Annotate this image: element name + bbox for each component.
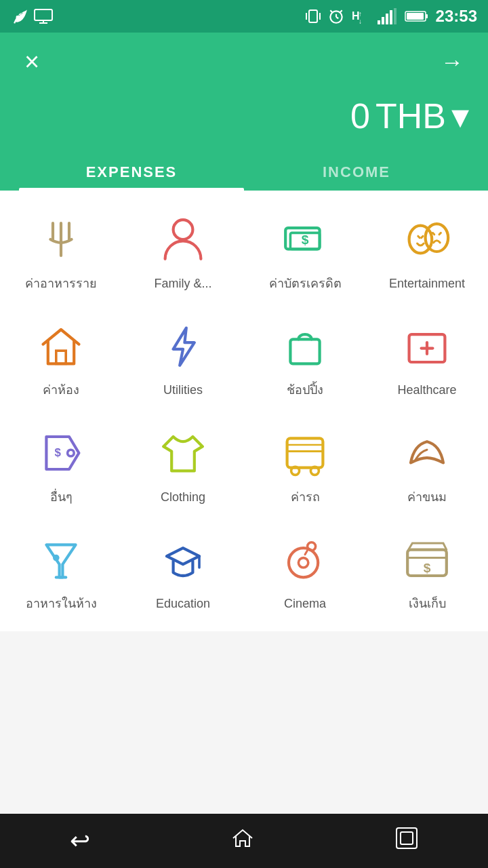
svg-line-33: [432, 233, 434, 234]
currency-dropdown[interactable]: ▾: [451, 96, 469, 136]
svg-line-31: [422, 236, 423, 237]
data-icon: H ↑ ↓: [352, 7, 371, 25]
category-label-snack: ค่าขนม: [407, 490, 447, 505]
category-other[interactable]: $ อื่นๆ: [0, 411, 122, 517]
svg-text:$: $: [55, 446, 62, 459]
bolt-icon: [156, 319, 210, 373]
category-cinema[interactable]: Cinema: [244, 517, 366, 624]
tab-income[interactable]: INCOME: [244, 153, 469, 191]
category-label-food: ค่าอาหารราย: [25, 276, 97, 292]
category-label-healthcare: Healthcare: [397, 382, 456, 398]
tab-bar: EXPENSES INCOME: [19, 153, 469, 191]
svg-line-9: [330, 10, 332, 12]
medkit-icon: [400, 319, 454, 373]
category-credit[interactable]: $ ค่าบัตรเครดิต: [244, 197, 366, 304]
status-bar: H ↑ ↓ 23:53: [0, 0, 488, 33]
utensils-icon: [34, 212, 88, 267]
svg-rect-3: [309, 10, 317, 22]
svg-rect-15: [382, 17, 384, 24]
svg-rect-21: [426, 14, 428, 18]
svg-line-10: [340, 10, 342, 12]
next-button[interactable]: →: [435, 46, 469, 78]
tab-expenses[interactable]: EXPENSES: [19, 153, 244, 191]
svg-rect-14: [378, 20, 380, 24]
category-label-bar: อาหารในห้าง: [26, 596, 97, 612]
category-snack[interactable]: ค่าขนม: [366, 411, 488, 517]
film-icon: [278, 532, 332, 587]
svg-point-32: [426, 224, 449, 252]
nav-back-button[interactable]: ↩: [70, 827, 90, 855]
category-label-entertainment: Entertainment: [389, 276, 465, 292]
category-utilities[interactable]: Utilities: [122, 304, 244, 410]
category-healthcare[interactable]: Healthcare: [366, 304, 488, 410]
alarm-icon: [327, 7, 345, 25]
svg-rect-36: [290, 340, 319, 364]
svg-rect-17: [390, 10, 392, 24]
tag-icon: $: [34, 426, 88, 480]
croissant-icon: [400, 426, 454, 480]
header-navigation: × →: [19, 45, 469, 79]
svg-text:↑: ↑: [359, 10, 362, 18]
svg-text:$: $: [424, 561, 431, 575]
svg-rect-16: [386, 14, 388, 24]
house-icon: [34, 319, 88, 373]
category-transport[interactable]: ค่ารถ: [244, 411, 366, 517]
graduation-icon: [156, 532, 210, 587]
app-header: × → 0 THB ▾ EXPENSES INCOME: [0, 33, 488, 191]
svg-rect-42: [287, 438, 323, 467]
amount-display: 0 THB ▾: [19, 96, 469, 136]
money-icon: $: [278, 212, 332, 267]
svg-rect-56: [396, 828, 417, 848]
svg-point-51: [298, 558, 308, 568]
category-label-credit: ค่าบัตรเครดิต: [269, 276, 342, 292]
category-rent[interactable]: ค่าห้อง: [0, 304, 122, 410]
category-shopping[interactable]: ช้อปปิ้ง: [244, 304, 366, 410]
category-clothing[interactable]: Clothing: [122, 411, 244, 517]
category-label-shopping: ช้อปปิ้ง: [287, 382, 323, 398]
status-left-icons: [11, 7, 53, 25]
close-button[interactable]: ×: [19, 45, 45, 79]
category-entertainment[interactable]: Entertainment: [366, 197, 488, 304]
wallet-icon: $: [400, 532, 454, 587]
signal-icon: [378, 8, 398, 24]
category-food[interactable]: ค่าอาหารราย: [0, 197, 122, 304]
category-label-clothing: Clothing: [161, 490, 205, 505]
svg-rect-57: [401, 832, 413, 844]
home-icon: [230, 826, 255, 850]
bus-icon: [278, 426, 332, 480]
svg-point-25: [174, 220, 193, 239]
svg-rect-35: [56, 351, 66, 364]
category-savings[interactable]: $ เงินเก็บ: [366, 517, 488, 624]
cocktail-icon: [34, 532, 88, 587]
bag-icon: [278, 319, 332, 373]
svg-text:↓: ↓: [359, 18, 362, 25]
category-grid: ค่าอาหารราย Family &... $ ค่าบัตรเครดิต: [0, 191, 488, 631]
masks-icon: [400, 212, 454, 267]
svg-point-50: [289, 548, 318, 577]
amount-value: 0: [350, 96, 370, 136]
svg-point-40: [68, 450, 75, 456]
svg-text:$: $: [302, 233, 309, 247]
recent-icon: [395, 827, 418, 850]
category-label-other: อื่นๆ: [50, 490, 73, 505]
tshirt-icon: [156, 426, 210, 480]
svg-line-30: [418, 236, 420, 237]
category-bar[interactable]: อาหารในห้าง: [0, 517, 122, 624]
svg-rect-0: [35, 9, 52, 20]
category-label-transport: ค่ารถ: [291, 490, 320, 505]
vibrate-icon: [306, 7, 321, 25]
category-label-utilities: Utilities: [163, 382, 203, 398]
category-label-cinema: Cinema: [284, 596, 326, 612]
person-icon: [156, 212, 210, 267]
svg-rect-18: [394, 8, 396, 24]
category-label-savings: เงินเก็บ: [409, 596, 446, 612]
nav-recent-button[interactable]: [395, 827, 418, 855]
category-education[interactable]: Education: [122, 517, 244, 624]
leaf-icon: [11, 7, 28, 25]
screen-icon: [34, 9, 53, 24]
category-family[interactable]: Family &...: [122, 197, 244, 304]
category-label-rent: ค่าห้อง: [43, 382, 79, 398]
svg-line-34: [439, 233, 441, 234]
nav-home-button[interactable]: [230, 826, 255, 856]
svg-rect-20: [407, 13, 424, 20]
